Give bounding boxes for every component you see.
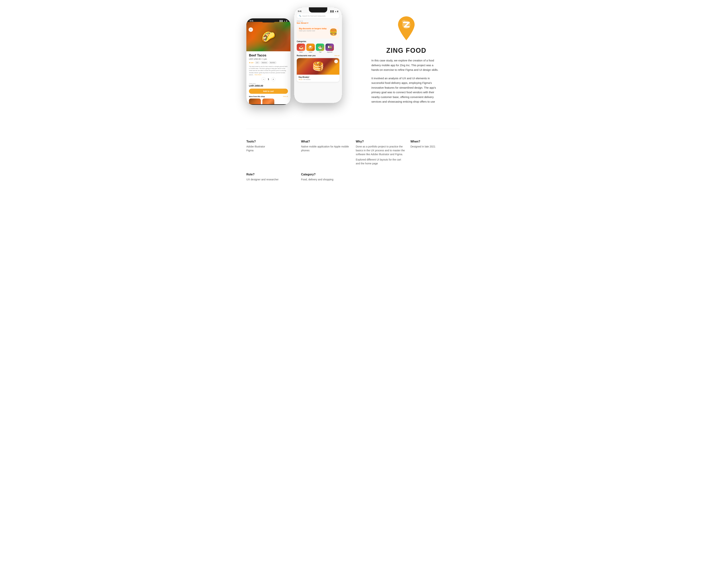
- add-to-cart-button[interactable]: Add to cart: [249, 89, 288, 94]
- quantity-row: − 1 +: [249, 77, 288, 81]
- restaurant-delivery-time: 55 minutes: [303, 79, 311, 80]
- product-name: Beef Tacos: [249, 53, 288, 57]
- restaurant-meta: ★ 3.9 55 minutes: [299, 79, 338, 80]
- location-name: lion Street ▾: [297, 22, 308, 24]
- brand-description-2: It involved an analysis of UX and UI ele…: [371, 76, 441, 104]
- product-rating: ★ 3.9 ›: [249, 62, 254, 64]
- phone-front-screen: 9:41 ▌▌▌ ▲ ▮ 🔍 Search for food and resta…: [294, 7, 342, 103]
- category-label: Category?: [301, 173, 350, 176]
- tag-burritos: Burritos: [269, 61, 276, 64]
- star-icon-restaurant: ★: [299, 79, 300, 80]
- more-item-2: [262, 99, 274, 104]
- category-value: Food, delivery and shopping: [301, 178, 350, 182]
- bottom-section: Tools? Adobe IllustratorFigma What? Nati…: [246, 129, 460, 182]
- hero-food-image: ‹: [246, 22, 290, 51]
- star-icon: ★: [249, 62, 250, 64]
- category-label-indian: Indian: [309, 51, 312, 53]
- phone-back-time: 9:41: [250, 20, 253, 22]
- total-section: Total price LKR 2450.00: [249, 83, 288, 87]
- category-image-thai: [316, 44, 324, 51]
- restaurant-rating: ★ 3.9: [299, 79, 302, 80]
- quantity-decrease-button[interactable]: −: [262, 77, 266, 81]
- info-cell-why: Why? Done as a portfolio project to prac…: [356, 140, 405, 165]
- more-view-all-link[interactable]: View all: [283, 95, 288, 97]
- more-item-1: [249, 99, 261, 104]
- role-value: UX designer and researcher: [246, 178, 296, 182]
- more-items-row: [249, 99, 288, 104]
- tags-row: ★ 3.9 › 13+ Nachos Burritos: [249, 61, 288, 64]
- product-description: The best meat to use for taco meat is a …: [249, 66, 288, 76]
- wifi-icon-front: ▲: [335, 10, 337, 12]
- phones-container: 9:41 ▌▌▌ ▲ ▮ ‹ Beef Tacos LKR 1250.00 / …: [246, 7, 342, 110]
- phone-front-time: 9:41: [298, 10, 302, 12]
- phone-back-notch: [261, 18, 276, 23]
- tools-label: Tools?: [246, 140, 296, 143]
- chevron-right-icon: ›: [253, 62, 254, 64]
- chevron-down-icon: ▾: [307, 22, 308, 24]
- category-label-italian: Italian: [299, 51, 303, 53]
- category-italian[interactable]: Italian: [297, 44, 305, 53]
- restaurant-info: Day-Breaky! ★ 3.9 55 minutes: [297, 75, 340, 82]
- info-cell-tools: Tools? Adobe IllustratorFigma: [246, 140, 296, 165]
- quantity-increase-button[interactable]: +: [271, 77, 275, 81]
- page-wrapper: 9:41 ▌▌▌ ▲ ▮ ‹ Beef Tacos LKR 1250.00 / …: [243, 0, 463, 196]
- role-label: Role?: [246, 173, 296, 176]
- battery-icon-front: ▮: [337, 10, 338, 12]
- tag-age: 13+: [255, 61, 260, 64]
- brand-name: ZING FOOD: [386, 47, 426, 54]
- restaurants-near-you-title: Restaurants near you: [297, 54, 315, 56]
- when-label: When?: [410, 140, 460, 143]
- what-label: What?: [301, 140, 350, 143]
- category-thai[interactable]: Thai: [316, 44, 324, 53]
- phone-back: 9:41 ▌▌▌ ▲ ▮ ‹ Beef Tacos LKR 1250.00 / …: [246, 18, 290, 105]
- brand-description-1: In this case study, we explore the creat…: [371, 58, 441, 72]
- categories-title: Categories: [294, 40, 342, 44]
- view-more-link[interactable]: View More: [254, 74, 262, 76]
- what-value: Native mobile application for Apple mobi…: [301, 145, 350, 152]
- search-placeholder-text: Search for food and restaurants: [302, 15, 326, 17]
- restaurant-name: Day-Breaky!: [299, 76, 338, 78]
- wifi-icon: ▲: [284, 20, 285, 22]
- info-cell-role: Role? UX designer and researcher: [246, 173, 296, 182]
- phone-front: 9:41 ▌▌▌ ▲ ▮ 🔍 Search for food and resta…: [294, 7, 342, 103]
- info-cell-what: What? Native mobile application for Appl…: [301, 140, 350, 165]
- promo-banner[interactable]: Big discounts on burgers today Claim you…: [297, 26, 340, 39]
- why-value-2: Explored different UI layouts for the ca…: [356, 158, 405, 165]
- heart-icon[interactable]: ♡: [334, 60, 338, 63]
- category-image-italian: [297, 44, 305, 51]
- phone-back-status-icons: ▌▌▌ ▲ ▮: [280, 20, 287, 22]
- restaurant-image: ♡: [297, 58, 340, 75]
- more-from-shop-label: More from this shop: [249, 95, 265, 97]
- why-value-1: Done as a portfolio project to practice …: [356, 145, 405, 156]
- phone-front-notch: [309, 7, 327, 12]
- info-cell-when: When? Designed in late 2021: [410, 140, 460, 165]
- search-icon: 🔍: [299, 15, 301, 17]
- signal-icon: ▌▌▌: [280, 20, 283, 22]
- back-button[interactable]: ‹: [248, 27, 253, 32]
- brand-section: ZING FOOD In this case study, we explore…: [353, 13, 460, 104]
- top-section: 9:41 ▌▌▌ ▲ ▮ ‹ Beef Tacos LKR 1250.00 / …: [246, 7, 460, 110]
- restaurants-view-all-link[interactable]: View all: [335, 55, 340, 56]
- category-indian[interactable]: Indian: [306, 44, 315, 53]
- category-label-thai: Thai: [319, 51, 321, 53]
- restaurant-card[interactable]: ♡ Day-Breaky! ★ 3.9 55 minutes: [297, 58, 340, 82]
- category-image-japanese: [325, 44, 334, 51]
- why-label: Why?: [356, 140, 405, 143]
- total-price: LKR 2450.00: [249, 84, 288, 87]
- categories-row: Italian Indian Thai Japanese: [294, 44, 342, 54]
- total-label: Total price: [249, 83, 288, 84]
- more-section-header: More from this shop View all: [249, 95, 288, 97]
- promo-image: 🍔: [329, 28, 338, 36]
- deliver-to-label: Deliver to: [297, 20, 308, 22]
- phone-front-status-icons: ▌▌▌ ▲ ▮: [330, 10, 338, 12]
- category-japanese[interactable]: Japanese: [325, 44, 334, 53]
- category-image-indian: [306, 44, 315, 51]
- product-price: LKR 1250.00 / 1 ptn: [249, 58, 288, 60]
- brand-logo: [392, 13, 421, 43]
- info-grid: Tools? Adobe IllustratorFigma What? Nati…: [246, 140, 460, 182]
- when-value: Designed in late 2021: [410, 145, 460, 149]
- search-bar[interactable]: 🔍 Search for food and restaurants: [297, 13, 340, 18]
- location-row: Deliver to lion Street ▾: [294, 20, 342, 26]
- info-cell-category: Category? Food, delivery and shopping: [301, 173, 350, 182]
- category-label-japanese: Japanese: [327, 51, 332, 53]
